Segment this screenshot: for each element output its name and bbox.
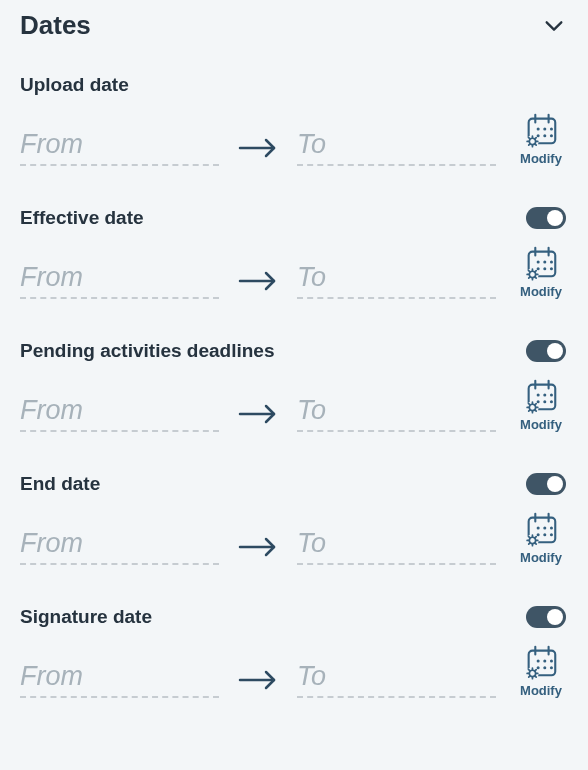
end-date-toggle[interactable] [526, 473, 566, 495]
modify-label: Modify [520, 417, 562, 432]
toggle-knob [547, 210, 563, 226]
section-end-date: End date Modify [20, 462, 568, 595]
section-signature-date: Signature date Modify [20, 595, 568, 728]
section-pending-deadlines: Pending activities deadlines Modify [20, 329, 568, 462]
arrow-right-icon [237, 269, 279, 299]
modify-label: Modify [520, 683, 562, 698]
signature-date-modify-button[interactable]: Modify [514, 643, 568, 698]
section-header: Effective date [20, 204, 568, 232]
modify-label: Modify [520, 151, 562, 166]
to-field-wrapper [297, 395, 496, 432]
effective-date-to-input[interactable] [297, 262, 496, 299]
date-range-row: Modify [20, 643, 568, 698]
modify-label: Modify [520, 550, 562, 565]
section-header: Signature date [20, 603, 568, 631]
from-field-wrapper [20, 395, 219, 432]
section-upload-date: Upload date Modify [20, 63, 568, 196]
signature-date-toggle[interactable] [526, 606, 566, 628]
pending-deadlines-modify-button[interactable]: Modify [514, 377, 568, 432]
calendar-gear-icon [521, 244, 561, 282]
section-header: Pending activities deadlines [20, 337, 568, 365]
toggle-knob [547, 343, 563, 359]
chevron-down-icon[interactable] [540, 15, 568, 37]
signature-date-to-input[interactable] [297, 661, 496, 698]
end-date-to-input[interactable] [297, 528, 496, 565]
effective-date-modify-button[interactable]: Modify [514, 244, 568, 299]
from-field-wrapper [20, 528, 219, 565]
calendar-gear-icon [521, 377, 561, 415]
effective-date-from-input[interactable] [20, 262, 219, 299]
panel-title: Dates [20, 10, 91, 41]
pending-deadlines-to-input[interactable] [297, 395, 496, 432]
from-field-wrapper [20, 661, 219, 698]
from-field-wrapper [20, 262, 219, 299]
section-header: Upload date [20, 71, 568, 99]
pending-deadlines-label: Pending activities deadlines [20, 340, 274, 362]
pending-deadlines-toggle[interactable] [526, 340, 566, 362]
calendar-gear-icon [521, 643, 561, 681]
signature-date-label: Signature date [20, 606, 152, 628]
calendar-gear-icon [521, 510, 561, 548]
effective-date-label: Effective date [20, 207, 144, 229]
arrow-right-icon [237, 402, 279, 432]
upload-date-from-input[interactable] [20, 129, 219, 166]
signature-date-from-input[interactable] [20, 661, 219, 698]
to-field-wrapper [297, 129, 496, 166]
to-field-wrapper [297, 661, 496, 698]
date-range-row: Modify [20, 244, 568, 299]
panel-header: Dates [20, 10, 568, 63]
calendar-gear-icon [521, 111, 561, 149]
date-range-row: Modify [20, 377, 568, 432]
upload-date-modify-button[interactable]: Modify [514, 111, 568, 166]
upload-date-to-input[interactable] [297, 129, 496, 166]
effective-date-toggle[interactable] [526, 207, 566, 229]
end-date-from-input[interactable] [20, 528, 219, 565]
pending-deadlines-from-input[interactable] [20, 395, 219, 432]
from-field-wrapper [20, 129, 219, 166]
toggle-knob [547, 476, 563, 492]
end-date-label: End date [20, 473, 100, 495]
upload-date-label: Upload date [20, 74, 129, 96]
date-range-row: Modify [20, 111, 568, 166]
arrow-right-icon [237, 136, 279, 166]
arrow-right-icon [237, 668, 279, 698]
section-header: End date [20, 470, 568, 498]
arrow-right-icon [237, 535, 279, 565]
toggle-knob [547, 609, 563, 625]
section-effective-date: Effective date Modify [20, 196, 568, 329]
to-field-wrapper [297, 528, 496, 565]
date-range-row: Modify [20, 510, 568, 565]
to-field-wrapper [297, 262, 496, 299]
dates-panel: Dates Upload date Modify [0, 0, 588, 748]
end-date-modify-button[interactable]: Modify [514, 510, 568, 565]
modify-label: Modify [520, 284, 562, 299]
